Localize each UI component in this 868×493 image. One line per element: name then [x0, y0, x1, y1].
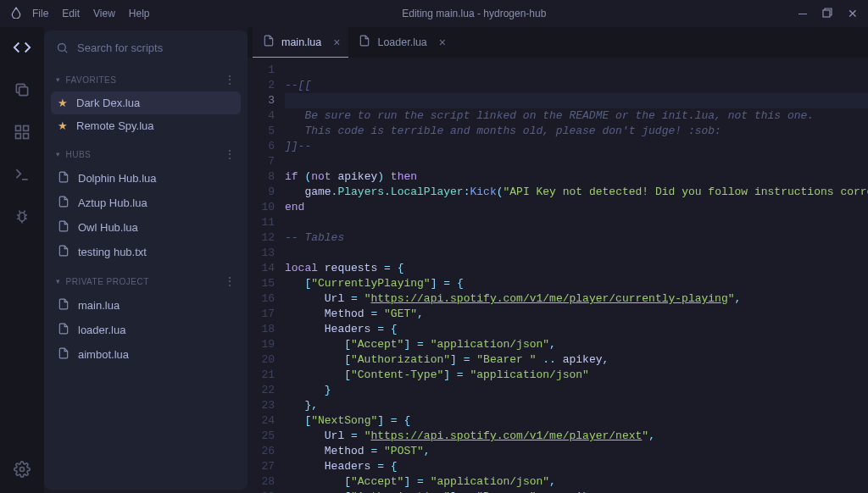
- activity-grid[interactable]: [10, 120, 34, 144]
- code-line[interactable]: Headers = {: [285, 322, 868, 337]
- line-number: 14: [248, 261, 275, 276]
- file-name: Remote Spy.lua: [76, 119, 154, 132]
- code-line[interactable]: --[[: [285, 78, 868, 93]
- chevron-down-icon: ▾: [56, 277, 61, 285]
- line-number: 20: [248, 352, 275, 368]
- editor-tab[interactable]: Loader.lua×: [348, 27, 454, 58]
- activity-explorer[interactable]: [10, 36, 34, 59]
- window-controls: ─ ✕: [798, 8, 858, 19]
- code-line[interactable]: Url = "https://api.spotify.com/v1/me/pla…: [285, 429, 868, 444]
- code-line[interactable]: Method = "GET",: [285, 307, 868, 322]
- section-header-favorites[interactable]: ▾ FAVORITES ⋮: [44, 69, 248, 90]
- code-line[interactable]: game.Players.LocalPlayer:Kick("API Key n…: [285, 185, 868, 200]
- code-line[interactable]: if (not apikey) then: [285, 169, 868, 185]
- section-more-button[interactable]: ⋮: [224, 73, 236, 86]
- tree-item[interactable]: Owl Hub.lua: [51, 215, 241, 240]
- activity-terminal[interactable]: [10, 163, 34, 186]
- svg-rect-4: [16, 134, 21, 139]
- line-number: 23: [248, 398, 275, 413]
- activity-settings[interactable]: [10, 457, 34, 481]
- section-header-hubs[interactable]: ▾ HUBS ⋮: [44, 144, 248, 164]
- code-line[interactable]: Method = "POST",: [285, 444, 868, 459]
- file-icon: [58, 298, 70, 313]
- file-name: loader.lua: [78, 324, 125, 336]
- window-title: Editing main.lua - hydrogen-hub: [150, 8, 799, 19]
- maximize-button[interactable]: [822, 8, 832, 19]
- file-icon: [58, 323, 70, 337]
- menu-edit[interactable]: Edit: [62, 8, 80, 19]
- code-line[interactable]: [285, 154, 868, 169]
- close-icon[interactable]: ×: [333, 36, 340, 49]
- search-row: [44, 30, 248, 64]
- svg-rect-7: [19, 213, 25, 221]
- line-number: 4: [248, 108, 275, 124]
- tree-item[interactable]: Aztup Hub.lua: [51, 191, 241, 215]
- gutter: 1234567891011121314151617181920212223242…: [248, 58, 285, 493]
- section-more-button[interactable]: ⋮: [224, 274, 236, 288]
- file-name: testing hub.txt: [78, 246, 147, 258]
- menu-view[interactable]: View: [93, 8, 115, 19]
- editor-tab[interactable]: main.lua×: [253, 27, 348, 58]
- code-line[interactable]: [285, 246, 868, 261]
- section-hubs: ▾ HUBS ⋮ Dolphin Hub.luaAztup Hub.luaOwl…: [44, 144, 248, 266]
- code-line[interactable]: ["Accept"] = "application/json",: [285, 474, 868, 490]
- line-number: 18: [248, 322, 275, 337]
- section-private: ▾ PRIVATE PROJECT ⋮ main.lualoader.luaai…: [44, 271, 248, 368]
- close-button[interactable]: ✕: [848, 8, 858, 19]
- tree-item[interactable]: main.lua: [51, 293, 241, 318]
- menu-help[interactable]: Help: [129, 8, 150, 19]
- tree-item[interactable]: Dolphin Hub.lua: [51, 166, 241, 191]
- file-name: Dolphin Hub.lua: [78, 172, 157, 185]
- activity-debug[interactable]: [10, 205, 34, 229]
- file-icon: [58, 220, 70, 235]
- code-line[interactable]: [285, 63, 868, 78]
- code-line[interactable]: [285, 215, 868, 230]
- code-editor[interactable]: 1234567891011121314151617181920212223242…: [248, 58, 868, 493]
- tree-item[interactable]: testing hub.txt: [51, 240, 241, 264]
- file-name: Aztup Hub.lua: [78, 197, 147, 209]
- code-line[interactable]: This code is terrible and months old, pl…: [285, 124, 868, 139]
- code-line[interactable]: Headers = {: [285, 459, 868, 474]
- minimize-button[interactable]: ─: [798, 8, 807, 19]
- line-number: 1: [248, 63, 275, 78]
- section-more-button[interactable]: ⋮: [224, 147, 236, 161]
- code-line[interactable]: ["Authorization"] = "Bearer " .. apikey,: [285, 352, 868, 368]
- search-input[interactable]: [77, 42, 236, 54]
- code-line[interactable]: ["NextSong"] = {: [285, 413, 868, 429]
- code-line[interactable]: Url = "https://api.spotify.com/v1/me/pla…: [285, 291, 868, 307]
- line-number: 19: [248, 337, 275, 352]
- tab-label: Loader.lua: [377, 36, 426, 48]
- svg-line-10: [64, 50, 67, 53]
- code-line[interactable]: ["Authorization"] = "Bearer " .. apikey,: [285, 490, 868, 493]
- menu-file[interactable]: File: [32, 8, 48, 19]
- file-icon: [58, 171, 70, 186]
- terminal-icon: [14, 166, 31, 183]
- tree-item[interactable]: aimbot.lua: [51, 342, 241, 367]
- close-icon[interactable]: ×: [439, 36, 446, 49]
- code-line[interactable]: local requests = {: [285, 261, 868, 276]
- section-favorites: ▾ FAVORITES ⋮ ★Dark Dex.lua★Remote Spy.l…: [44, 69, 248, 139]
- line-number: 9: [248, 185, 275, 200]
- code-line[interactable]: }: [285, 383, 868, 398]
- code-line[interactable]: },: [285, 398, 868, 413]
- code-line[interactable]: ["Content-Type"] = "application/json": [285, 368, 868, 383]
- code-line[interactable]: [285, 93, 868, 108]
- code-line[interactable]: ["CurrentlyPlaying"] = {: [285, 276, 868, 291]
- file-icon: [58, 196, 70, 210]
- tree-item[interactable]: ★Dark Dex.lua: [51, 91, 241, 114]
- code-line[interactable]: end: [285, 200, 868, 215]
- tree-item[interactable]: loader.lua: [51, 318, 241, 342]
- section-header-private[interactable]: ▾ PRIVATE PROJECT ⋮: [44, 271, 248, 291]
- svg-point-8: [20, 468, 25, 472]
- code-line[interactable]: Be sure to run the script linked on the …: [285, 108, 868, 124]
- code-line[interactable]: ["Accept"] = "application/json",: [285, 337, 868, 352]
- line-number: 13: [248, 246, 275, 261]
- code-line[interactable]: ]]--: [285, 139, 868, 154]
- tree-item[interactable]: ★Remote Spy.lua: [51, 114, 241, 137]
- line-number: 29: [248, 490, 275, 493]
- code-line[interactable]: -- Tables: [285, 230, 868, 246]
- titlebar: File Edit View Help Editing main.lua - h…: [0, 0, 868, 27]
- code-body[interactable]: --[[ Be sure to run the script linked on…: [285, 58, 868, 493]
- activity-files[interactable]: [10, 78, 34, 102]
- line-number: 28: [248, 474, 275, 490]
